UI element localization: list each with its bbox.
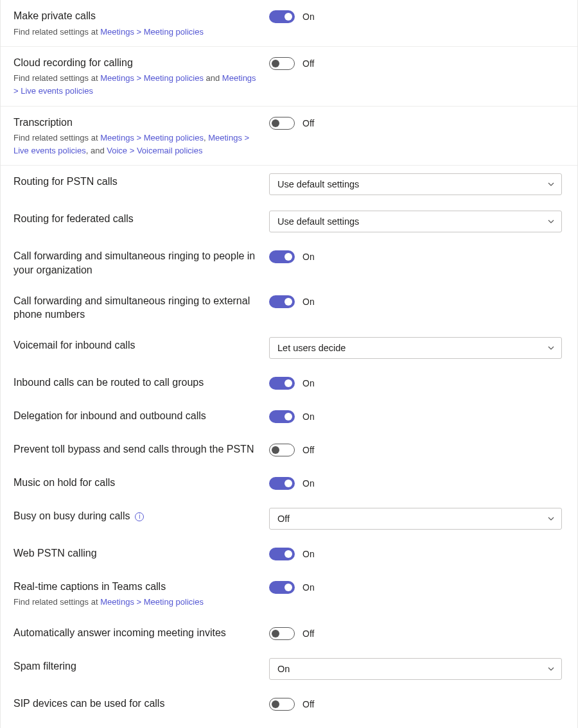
label-col: Cloud recording for calling Find related…	[13, 55, 269, 98]
link-meeting-policies[interactable]: Meetings > Meeting policies	[100, 73, 204, 83]
toggle-state-label: Off	[302, 58, 314, 69]
setting-title: Cloud recording for calling	[13, 56, 256, 70]
control-col: On	[269, 374, 562, 392]
setting-title: SIP devices can be used for calls	[13, 697, 256, 711]
toggle-sip-devices[interactable]	[269, 698, 295, 711]
setting-subtitle: Find related settings at Meetings > Meet…	[13, 132, 256, 157]
control-col: Let users decide	[269, 337, 562, 359]
control-col: On	[269, 474, 562, 492]
control-col: Use default settings	[269, 211, 562, 232]
select-routing-pstn[interactable]: Use default settings	[269, 173, 562, 195]
row-toll-bypass: Prevent toll bypass and send calls throu…	[1, 433, 577, 467]
toggle-rt-captions[interactable]	[269, 581, 295, 594]
control-col: On	[269, 545, 562, 563]
row-inbound-groups: Inbound calls can be routed to call grou…	[1, 367, 577, 400]
toggle-auto-answer[interactable]	[269, 627, 295, 640]
toggle-fwd-ext[interactable]	[269, 295, 295, 308]
chevron-down-icon	[547, 218, 555, 225]
select-busy-on-busy[interactable]: Off	[269, 508, 562, 530]
row-routing-fed: Routing for federated calls Use default …	[1, 203, 577, 240]
toggle-state-label: On	[302, 582, 315, 593]
setting-subtitle: Find related settings at Meetings > Meet…	[13, 26, 256, 39]
setting-subtitle: Find related settings at Meetings > Meet…	[13, 596, 256, 609]
label-col: Music on hold for calls	[13, 474, 269, 490]
setting-title: Real-time captions in Teams calls	[13, 580, 256, 594]
setting-title: Delegation for inbound and outbound call…	[13, 409, 256, 423]
info-icon[interactable]: i	[135, 512, 144, 521]
label-col: Spam filtering	[13, 658, 269, 673]
control-col: On	[269, 293, 562, 311]
select-value: On	[277, 664, 290, 674]
toggle-state-label: On	[302, 412, 315, 422]
setting-title: Voicemail for inbound calls	[13, 338, 256, 352]
label-col: Busy on busy during calls i	[13, 508, 269, 523]
row-sip-devices: SIP devices can be used for calls Off	[1, 688, 577, 721]
link-voicemail-policies[interactable]: Voice > Voicemail policies	[107, 146, 202, 155]
link-meeting-policies[interactable]: Meetings > Meeting policies	[100, 133, 204, 143]
row-transcription: Transcription Find related settings at M…	[1, 106, 577, 166]
row-open-browser: Open apps in browser for incoming PSTN c…	[1, 721, 577, 728]
setting-title: Make private calls	[13, 9, 256, 23]
related-prefix: Find related settings at	[13, 597, 100, 607]
chevron-down-icon	[547, 344, 555, 352]
link-meeting-policies[interactable]: Meetings > Meeting policies	[100, 597, 204, 607]
label-col: SIP devices can be used for calls	[13, 695, 269, 711]
setting-title: Transcription	[13, 116, 256, 130]
row-fwd-ext: Call forwarding and simultaneous ringing…	[1, 285, 577, 329]
label-col: Automatically answer incoming meeting in…	[13, 625, 269, 640]
row-spam-filtering: Spam filtering On	[1, 650, 577, 688]
link-meeting-policies[interactable]: Meetings > Meeting policies	[100, 27, 204, 37]
toggle-web-pstn[interactable]	[269, 548, 295, 560]
toggle-state-label: Off	[302, 699, 314, 709]
toggle-fwd-org[interactable]	[269, 250, 295, 263]
control-col: On	[269, 408, 562, 426]
row-web-pstn: Web PSTN calling On	[1, 537, 577, 571]
control-col: Use default settings	[269, 173, 562, 195]
settings-panel: Make private calls Find related settings…	[0, 0, 578, 728]
toggle-inbound-groups[interactable]	[269, 377, 295, 390]
toggle-state-label: On	[302, 252, 315, 262]
setting-title: Routing for PSTN calls	[13, 175, 256, 189]
control-col: On	[269, 578, 562, 596]
select-spam-filtering[interactable]: On	[269, 658, 562, 680]
select-routing-fed[interactable]: Use default settings	[269, 211, 562, 232]
setting-title: Automatically answer incoming meeting in…	[13, 626, 256, 640]
and-sep: and	[204, 73, 222, 83]
control-col: On	[269, 658, 562, 680]
toggle-cloud-recording[interactable]	[269, 57, 295, 70]
control-col: Off	[269, 695, 562, 713]
select-voicemail-inbound[interactable]: Let users decide	[269, 337, 562, 359]
related-prefix: Find related settings at	[13, 133, 100, 143]
setting-title: Web PSTN calling	[13, 546, 256, 560]
toggle-music-hold[interactable]	[269, 477, 295, 490]
row-routing-pstn: Routing for PSTN calls Use default setti…	[1, 165, 577, 203]
setting-title: Call forwarding and simultaneous ringing…	[13, 249, 256, 277]
control-col: On	[269, 8, 562, 26]
row-private-calls: Make private calls Find related settings…	[1, 0, 577, 46]
control-col: Off	[269, 441, 562, 459]
toggle-transcription[interactable]	[269, 117, 295, 130]
setting-title: Prevent toll bypass and send calls throu…	[13, 442, 256, 456]
select-value: Use default settings	[277, 179, 359, 189]
select-value: Let users decide	[277, 343, 346, 353]
toggle-state-label: On	[302, 549, 315, 559]
chevron-down-icon	[547, 665, 555, 673]
toggle-state-label: Off	[302, 628, 314, 639]
setting-title: Call forwarding and simultaneous ringing…	[13, 294, 256, 322]
toggle-toll-bypass[interactable]	[269, 444, 295, 456]
label-col: Make private calls Find related settings…	[13, 8, 269, 39]
setting-subtitle: Find related settings at Meetings > Meet…	[13, 72, 256, 98]
toggle-private-calls[interactable]	[269, 10, 295, 23]
setting-title: Inbound calls can be routed to call grou…	[13, 376, 256, 390]
toggle-state-label: On	[302, 378, 315, 388]
toggle-delegation[interactable]	[269, 410, 295, 423]
label-col: Inbound calls can be routed to call grou…	[13, 374, 269, 390]
label-col: Routing for federated calls	[13, 211, 269, 226]
label-col: Transcription Find related settings at M…	[13, 114, 269, 158]
row-rt-captions: Real-time captions in Teams calls Find r…	[1, 571, 577, 617]
toggle-state-label: On	[302, 12, 315, 22]
row-voicemail-inbound: Voicemail for inbound calls Let users de…	[1, 329, 577, 367]
control-col: Off	[269, 508, 562, 530]
label-col: Prevent toll bypass and send calls throu…	[13, 441, 269, 456]
control-col: Off	[269, 55, 562, 73]
